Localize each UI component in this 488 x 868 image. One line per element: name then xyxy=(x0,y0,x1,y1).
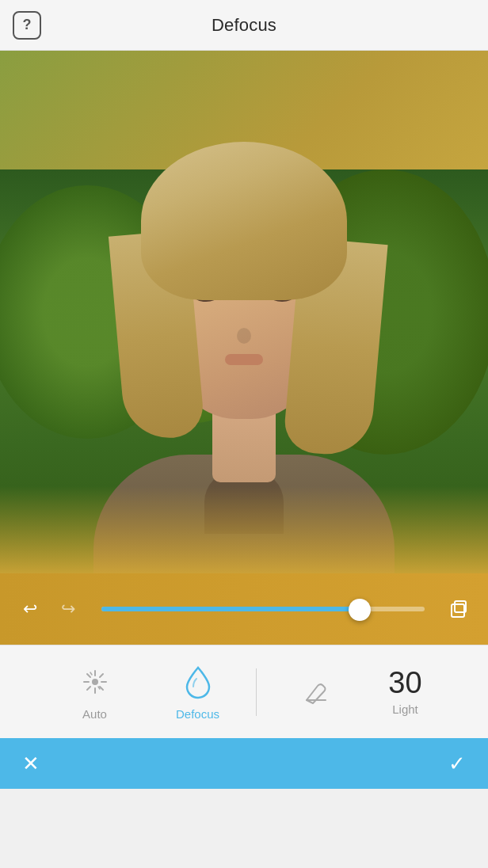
svg-rect-0 xyxy=(452,604,464,617)
defocus-icon-wrap xyxy=(179,663,217,701)
light-label: Light xyxy=(392,702,418,716)
defocus-label: Defocus xyxy=(176,707,219,721)
auto-tool[interactable]: Auto xyxy=(44,663,147,721)
slider-thumb[interactable] xyxy=(349,599,371,621)
undo-icon: ↩ xyxy=(23,599,37,619)
svg-line-8 xyxy=(100,674,103,677)
redo-button[interactable]: ↪ xyxy=(54,595,82,623)
defocus-drop-icon xyxy=(182,664,214,699)
auto-label: Auto xyxy=(82,707,107,721)
image-area[interactable]: ↩ ↪ xyxy=(0,51,488,645)
light-value-item: 30 Light xyxy=(366,668,445,716)
auto-icon-wrap xyxy=(76,663,114,701)
confirm-button[interactable]: ✓ xyxy=(448,752,466,776)
copy-layers-button[interactable] xyxy=(444,595,472,623)
slider-track[interactable] xyxy=(101,607,425,611)
slider-area: ↩ ↪ xyxy=(0,573,488,645)
eraser-tool[interactable] xyxy=(263,673,366,711)
eraser-icon-wrap xyxy=(295,673,334,711)
help-button[interactable]: ? xyxy=(13,11,41,40)
hair-top xyxy=(141,142,347,300)
header: ? Defocus xyxy=(0,0,488,51)
help-icon: ? xyxy=(23,17,32,33)
page-title: Defocus xyxy=(212,15,276,36)
eraser-icon xyxy=(300,678,329,706)
auto-sparkle-icon xyxy=(81,668,109,696)
svg-line-11 xyxy=(90,672,92,675)
light-number: 30 xyxy=(388,668,421,698)
svg-point-10 xyxy=(92,679,98,685)
undo-button[interactable]: ↩ xyxy=(16,595,44,623)
cancel-button[interactable]: ✕ xyxy=(22,752,40,776)
defocus-tool[interactable]: Defocus xyxy=(147,663,250,721)
slider-fill xyxy=(101,607,360,611)
copy-icon xyxy=(447,598,469,620)
svg-line-9 xyxy=(87,687,90,690)
svg-line-6 xyxy=(87,674,90,677)
redo-icon: ↪ xyxy=(61,599,75,619)
bottom-action-bar: ✕ ✓ xyxy=(0,738,488,789)
toolbar-divider xyxy=(256,668,257,716)
bottom-toolbar: Auto Defocus 30 Light xyxy=(0,645,488,738)
